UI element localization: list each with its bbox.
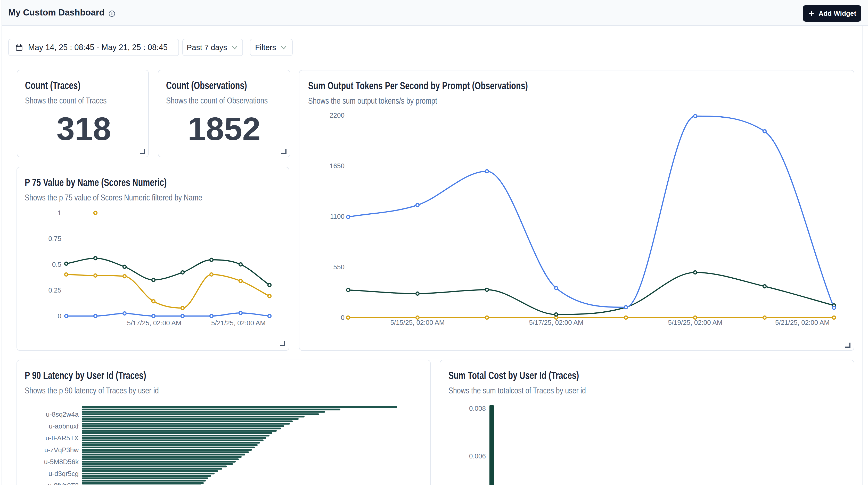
svg-text:0: 0 [341,314,344,322]
svg-text:2200: 2200 [330,112,344,119]
svg-text:1650: 1650 [330,162,344,170]
svg-text:0.008: 0.008 [469,404,486,412]
svg-text:550: 550 [334,263,344,271]
svg-text:1100: 1100 [330,213,344,220]
svg-text:u-5M8D56k: u-5M8D56k [44,458,79,466]
svg-text:5/21/25, 02:00 AM: 5/21/25, 02:00 AM [211,319,266,327]
svg-text:u-8fVa9T3: u-8fVa9T3 [48,482,79,485]
svg-text:5/19/25, 02:00 AM: 5/19/25, 02:00 AM [668,319,722,326]
svg-text:0.25: 0.25 [48,286,61,294]
svg-text:u-d3qr5cg: u-d3qr5cg [49,470,79,478]
svg-text:0.5: 0.5 [52,261,61,268]
svg-text:5/17/25, 02:00 AM: 5/17/25, 02:00 AM [529,319,583,326]
svg-text:0.006: 0.006 [469,452,486,460]
svg-text:5/21/25, 02:00 AM: 5/21/25, 02:00 AM [775,319,830,326]
svg-text:u-zVqP3hw: u-zVqP3hw [44,446,79,454]
svg-text:0: 0 [58,312,61,320]
svg-text:5/15/25, 02:00 AM: 5/15/25, 02:00 AM [390,319,444,326]
svg-text:u-aobnuxf: u-aobnuxf [49,422,79,430]
svg-text:0.75: 0.75 [48,235,61,243]
svg-text:u-8sq2w4a: u-8sq2w4a [46,411,79,418]
svg-text:1: 1 [58,209,61,217]
svg-text:u-tFAR5TX: u-tFAR5TX [45,434,79,442]
svg-text:5/17/25, 02:00 AM: 5/17/25, 02:00 AM [127,319,181,327]
